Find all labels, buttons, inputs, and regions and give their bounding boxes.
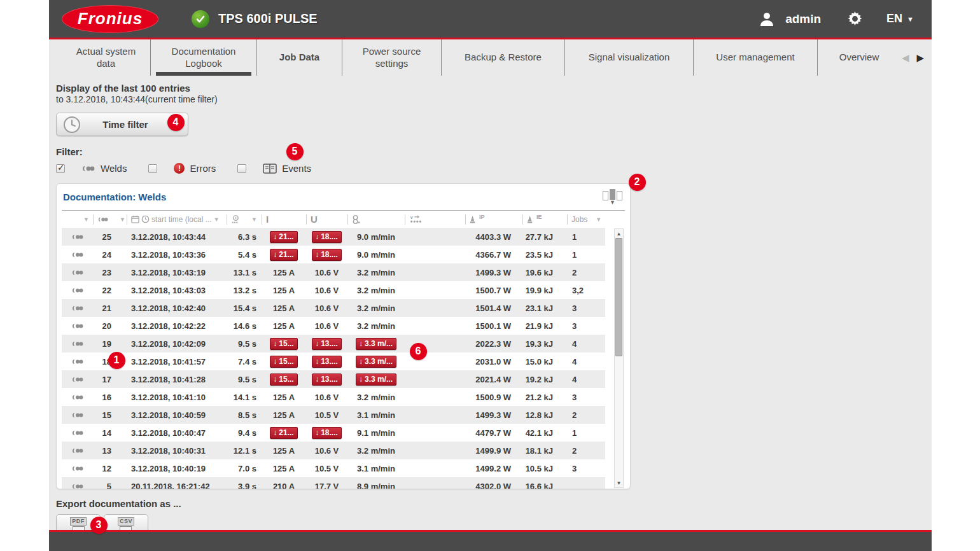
weld-row-icon [62, 412, 93, 418]
scroll-bar-left [603, 191, 608, 200]
limit-violation-chip: ↓13.... [312, 356, 342, 368]
table-row[interactable]: 21 3.12.2018, 10:42:40 15.4 s 125 A 10.6… [62, 299, 605, 317]
welds-checkbox[interactable] [56, 164, 65, 173]
weld-row-icon [62, 252, 93, 258]
table-row[interactable]: 15 3.12.2018, 10:40:59 8.5 s 125 A 10.5 … [62, 406, 605, 424]
table-row[interactable]: 12 3.12.2018, 10:40:19 7.0 s 125 A 10.5 … [62, 459, 605, 477]
wire-feed-value: 3.1 m/min [347, 410, 405, 420]
weld-duration: 7.0 s [227, 464, 262, 473]
table-row[interactable]: 13 3.12.2018, 10:40:31 12.1 s 125 A 10.6… [62, 442, 605, 459]
events-checkbox[interactable] [237, 164, 246, 173]
power-value: 1500.9 W [465, 393, 522, 402]
table-row[interactable]: 18 3.12.2018, 10:41:57 7.4 s ↓15... ↓13.… [62, 352, 605, 370]
weld-duration: 8.5 s [227, 410, 262, 420]
voltage-value: 10.5 V [306, 410, 347, 420]
tab-power-source-settings[interactable]: Power source settings [342, 39, 442, 76]
column-row-filter[interactable]: ▼ [62, 214, 93, 225]
table-row[interactable]: 25 3.12.2018, 10:43:44 6.3 s ↓21... ↓18.… [62, 228, 605, 246]
table-row[interactable]: 5 20.11.2018, 16:21:42 3.9 s 210 A 17.7 … [62, 477, 605, 489]
limit-violation-chip: ↓21... [270, 427, 297, 439]
content-area: Display of the last 100 entries to 3.12.… [49, 76, 932, 528]
limit-down-arrow-icon: ↓ [315, 232, 319, 241]
jobs-value: 3 [567, 464, 605, 473]
power-value: 1499.2 W [465, 464, 522, 473]
tab-user-management[interactable]: User management [694, 39, 818, 76]
weld-duration: 3.9 s [227, 482, 262, 489]
table-row[interactable]: 20 3.12.2018, 10:42:22 14.6 s 125 A 10.6… [62, 317, 605, 335]
current-value: 125 A [262, 464, 306, 473]
torch-icon [470, 215, 477, 224]
tab-job-data[interactable]: Job Data [257, 39, 342, 76]
scrollbar-down-arrow-icon[interactable]: ▼ [615, 478, 623, 487]
limit-violation-chip: ↓13.... [312, 338, 342, 350]
column-duration[interactable]: ▼ [227, 214, 262, 225]
scroll-to-end-icon[interactable]: ▼ [603, 189, 622, 206]
column-weld-speed[interactable]: v [405, 214, 465, 225]
tab-scroll-arrows: ◀ ▶ [902, 39, 924, 76]
column-energy[interactable]: IE [522, 214, 567, 225]
table-row[interactable]: 16 3.12.2018, 10:41:10 14.1 s 125 A 10.6… [62, 388, 605, 406]
table-row[interactable]: 17 3.12.2018, 10:41:28 9.5 s ↓15... ↓13.… [62, 370, 605, 388]
column-label: IE [536, 214, 542, 220]
column-current[interactable]: I [262, 214, 306, 225]
current-value: 125 A [262, 286, 306, 295]
table-row[interactable]: 24 3.12.2018, 10:43:36 5.4 s ↓21... ↓18.… [62, 246, 605, 263]
tab-overview[interactable]: Overview [818, 39, 900, 76]
tab-backup-restore[interactable]: Backup & Restore [442, 39, 565, 76]
weld-number: 15 [93, 410, 127, 420]
table-row[interactable]: 23 3.12.2018, 10:43:19 13.1 s 125 A 10.6… [62, 263, 605, 281]
limit-violation-chip: ↓18.... [312, 427, 342, 439]
power-value: 4366.7 W [465, 250, 522, 260]
tabs-next-arrow-icon[interactable]: ▶ [917, 52, 925, 64]
limit-violation-chip: ↓21... [270, 249, 297, 261]
events-icon [263, 164, 277, 174]
column-welds[interactable]: ▼ [93, 214, 127, 225]
jobs-value: 3 [567, 321, 605, 331]
page: Fronius TPS 600i PULSE admin [0, 0, 980, 551]
weld-duration: 7.4 s [227, 357, 262, 366]
column-jobs[interactable]: Jobs ▼ [567, 214, 605, 225]
table-row[interactable]: 14 3.12.2018, 10:40:47 9.4 s ↓21... ↓18.… [62, 424, 605, 442]
voltage-value: ↓18.... [306, 231, 347, 243]
username[interactable]: admin [785, 12, 821, 26]
column-wire-feed[interactable] [347, 214, 405, 225]
tab-signal-visualization[interactable]: Signal visualization [565, 39, 694, 76]
table-row[interactable]: 22 3.12.2018, 10:43:03 13.2 s 125 A 10.6… [62, 281, 605, 299]
limit-violation-chip: ↓15... [270, 356, 297, 368]
start-time: 3.12.2018, 10:41:57 [127, 357, 227, 366]
fronius-logo: Fronius [62, 5, 158, 33]
scrollbar-thumb[interactable] [615, 238, 622, 356]
weld-number: 12 [93, 464, 127, 473]
current-value: 125 A [262, 446, 306, 456]
wire-feed-value: ↓3.3 m/... [347, 356, 405, 368]
tab-label: Documentation Logbook [157, 46, 250, 70]
scrollbar-up-arrow-icon[interactable]: ▲ [615, 229, 623, 238]
column-start-time[interactable]: start time (local ... ▼ [127, 214, 227, 225]
tab-actual-system-data[interactable]: Actual system data [62, 39, 151, 76]
column-voltage[interactable]: U [306, 214, 347, 225]
energy-value: 12.8 kJ [522, 410, 567, 420]
tab-documentation-logbook[interactable]: Documentation Logbook [151, 39, 257, 76]
weld-duration: 13.1 s [227, 268, 262, 277]
weld-number: 5 [93, 482, 127, 489]
table-row[interactable]: 19 3.12.2018, 10:42:09 9.5 s ↓15... ↓13.… [62, 335, 605, 352]
current-value: ↓21... [262, 231, 306, 243]
weld-number: 16 [93, 393, 127, 402]
table-scrollbar[interactable]: ▲ ▼ [614, 228, 624, 488]
column-label: I [266, 214, 269, 225]
weld-row-icon [62, 323, 93, 329]
limit-down-arrow-icon: ↓ [359, 375, 363, 384]
table-body: 25 3.12.2018, 10:43:44 6.3 s ↓21... ↓18.… [62, 228, 605, 489]
tabs-prev-arrow-icon[interactable]: ◀ [902, 52, 909, 64]
wire-feed-value: 3.2 m/min [347, 321, 405, 331]
annotation-badge-5: 5 [286, 143, 304, 160]
energy-value: 16.6 kJ [522, 482, 567, 489]
energy-value: 21.2 kJ [522, 393, 567, 402]
errors-checkbox[interactable] [148, 164, 157, 173]
weld-row-icon [62, 430, 93, 436]
language-selector[interactable]: EN ▼ [886, 12, 914, 25]
column-power[interactable]: IP [465, 214, 522, 225]
limit-violation-chip: ↓13.... [312, 373, 342, 386]
voltage-value: ↓13.... [306, 338, 347, 350]
settings-gear-icon[interactable] [846, 10, 864, 27]
